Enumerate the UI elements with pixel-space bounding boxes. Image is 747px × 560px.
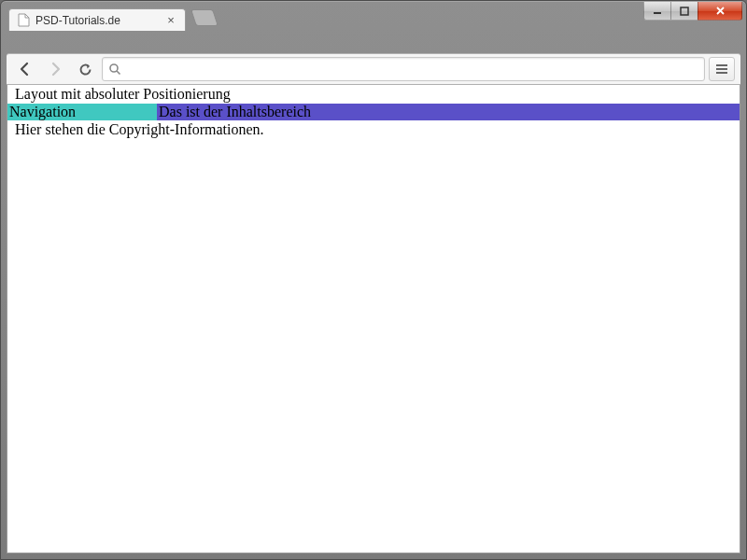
browser-window: PSD-Tutorials.de × (0, 0, 747, 560)
page-content-area: Das ist der Inhaltsbereich (157, 104, 740, 120)
tab-close-icon[interactable]: × (164, 14, 177, 27)
search-icon (108, 63, 121, 76)
page-main-row: Navigation Das ist der Inhaltsbereich (7, 104, 740, 120)
page-favicon-icon (17, 14, 30, 27)
close-button[interactable] (698, 2, 742, 21)
page-header: Layout mit absoluter Positionierung (7, 85, 740, 104)
forward-button[interactable] (42, 56, 68, 82)
window-title-bar: PSD-Tutorials.de × (1, 1, 746, 27)
svg-rect-6 (716, 72, 727, 74)
browser-tab[interactable]: PSD-Tutorials.de × (8, 8, 186, 31)
svg-point-2 (110, 64, 118, 72)
page-viewport: Layout mit absoluter Positionierung Navi… (7, 85, 740, 553)
browser-toolbar (7, 53, 740, 85)
minimize-button[interactable] (643, 2, 671, 21)
tab-title: PSD-Tutorials.de (35, 14, 159, 27)
reload-button[interactable] (72, 56, 98, 82)
tab-strip: PSD-Tutorials.de × (1, 7, 216, 31)
window-controls (644, 2, 742, 21)
page-body: Layout mit absoluter Positionierung Navi… (7, 85, 740, 139)
hamburger-icon (715, 63, 728, 75)
address-input[interactable] (127, 58, 698, 80)
svg-rect-5 (716, 68, 727, 70)
page-footer: Hier stehen die Copyright-Informationen. (7, 120, 740, 139)
svg-line-3 (117, 71, 120, 75)
back-button[interactable] (12, 56, 38, 82)
page-navigation: Navigation (7, 104, 157, 120)
maximize-button[interactable] (670, 2, 698, 21)
new-tab-button[interactable] (190, 9, 218, 26)
address-bar[interactable] (102, 57, 705, 81)
menu-button[interactable] (709, 57, 735, 81)
svg-rect-4 (716, 64, 727, 66)
svg-rect-0 (654, 12, 661, 14)
svg-rect-1 (681, 7, 688, 15)
